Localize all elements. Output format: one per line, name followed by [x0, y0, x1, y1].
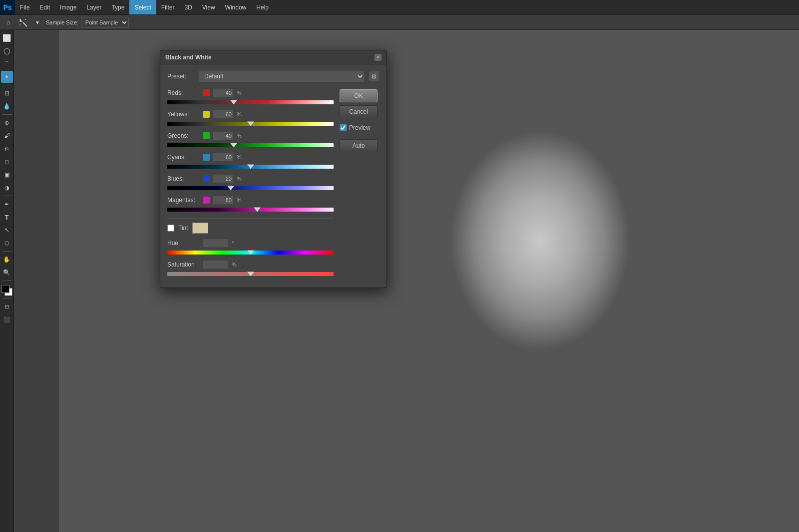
menu-select[interactable]: Select — [129, 0, 156, 14]
magentas-thumb[interactable] — [254, 208, 261, 212]
hue-rainbow-track[interactable] — [167, 251, 334, 255]
blues-value-input[interactable] — [213, 174, 234, 183]
tool-divider-4 — [2, 251, 12, 252]
yellows-track-wrap[interactable] — [167, 120, 334, 127]
tool-lasso[interactable]: ⌒ — [1, 58, 13, 70]
tint-checkbox[interactable] — [167, 225, 174, 232]
preview-label: Preview — [349, 124, 371, 131]
tool-divider-3 — [2, 196, 12, 196]
foreground-color-swatch[interactable] — [1, 285, 9, 293]
magentas-header: Magentas: % — [167, 196, 334, 205]
tool-marquee-rect[interactable]: ⬜ — [1, 32, 13, 44]
tool-magic-wand[interactable]: ✦ — [1, 71, 13, 83]
cyans-percent: % — [237, 154, 242, 160]
reds-track[interactable] — [167, 100, 334, 104]
tool-options-icon[interactable]: ▾ — [31, 16, 43, 28]
menu-help[interactable]: Help — [251, 0, 274, 14]
blues-track[interactable] — [167, 186, 334, 190]
dialog-title-bar: Black and White × — [160, 50, 387, 64]
tint-color-swatch[interactable] — [192, 223, 208, 234]
home-icon[interactable]: ⌂ — [2, 16, 14, 28]
reds-slider-row: Reds: % — [167, 88, 334, 106]
blues-label: Blues: — [167, 175, 200, 182]
reds-percent: % — [237, 90, 242, 96]
preset-row: Preset: Default ⚙ — [167, 70, 380, 82]
hue-thumb[interactable] — [247, 251, 254, 255]
cancel-button[interactable]: Cancel — [340, 105, 378, 118]
cyans-value-input[interactable] — [213, 153, 234, 162]
tool-gradient[interactable]: ▣ — [1, 169, 13, 181]
menu-3d[interactable]: 3D — [179, 0, 197, 14]
saturation-track[interactable] — [167, 272, 334, 276]
tool-marquee-ellipse[interactable]: ◯ — [1, 45, 13, 57]
blues-track-wrap[interactable] — [167, 185, 334, 192]
tool-brush[interactable]: 🖌 — [1, 130, 13, 142]
menu-filter[interactable]: Filter — [156, 0, 180, 14]
menu-image[interactable]: Image — [55, 0, 81, 14]
menu-file[interactable]: File — [15, 0, 34, 14]
sliders-column: Reds: % Yellows: — [167, 88, 334, 281]
tool-hand[interactable]: ✋ — [1, 254, 13, 266]
tool-dodge[interactable]: ◑ — [1, 182, 13, 194]
greens-track[interactable] — [167, 143, 334, 147]
dialog-close-button[interactable]: × — [375, 54, 382, 61]
magentas-track[interactable] — [167, 208, 334, 212]
menu-edit[interactable]: Edit — [34, 0, 55, 14]
cyans-thumb[interactable] — [247, 165, 254, 169]
greens-track-wrap[interactable] — [167, 142, 334, 149]
hue-track-wrap[interactable] — [167, 249, 334, 256]
tool-shape[interactable]: ⬡ — [1, 237, 13, 249]
cyans-header: Cyans: % — [167, 153, 334, 162]
tool-clone[interactable]: ⎘ — [1, 143, 13, 155]
cyans-slider-row: Cyans: % — [167, 153, 334, 170]
preset-gear-button[interactable]: ⚙ — [369, 71, 380, 82]
reds-track-wrap[interactable] — [167, 99, 334, 106]
tool-zoom[interactable]: 🔍 — [1, 266, 13, 278]
tool-divider-2 — [2, 114, 12, 115]
tool-path-select[interactable]: ↖ — [1, 224, 13, 236]
magentas-percent: % — [237, 197, 242, 203]
magentas-track-wrap[interactable] — [167, 206, 334, 213]
saturation-thumb[interactable] — [247, 272, 254, 276]
auto-button[interactable]: Auto — [340, 139, 378, 152]
yellows-thumb[interactable] — [247, 122, 254, 126]
yellows-header: Yellows: % — [167, 110, 334, 119]
blues-header: Blues: % — [167, 174, 334, 183]
tool-quickmask[interactable]: ⊡ — [1, 300, 13, 312]
menu-view[interactable]: View — [197, 0, 220, 14]
blues-thumb[interactable] — [227, 186, 234, 191]
app-logo: Ps — [0, 0, 15, 15]
greens-value-input[interactable] — [213, 131, 234, 140]
menu-layer[interactable]: Layer — [81, 0, 106, 14]
hue-value-input[interactable] — [203, 239, 229, 248]
yellows-slider-row: Yellows: % — [167, 110, 334, 127]
ok-button[interactable]: OK — [340, 89, 378, 102]
tool-type[interactable]: T — [1, 211, 13, 223]
menu-bar: Ps File Edit Image Layer Type Select Fil… — [0, 0, 799, 15]
saturation-value-input[interactable] — [203, 260, 229, 269]
saturation-track-wrap[interactable] — [167, 270, 334, 277]
menu-window[interactable]: Window — [220, 0, 252, 14]
cyans-track[interactable] — [167, 165, 334, 169]
yellows-track[interactable] — [167, 122, 334, 126]
yellows-color-dot — [203, 111, 210, 118]
reds-value-input[interactable] — [213, 88, 234, 97]
blues-color-dot — [203, 175, 210, 182]
cyans-track-wrap[interactable] — [167, 163, 334, 170]
magentas-value-input[interactable] — [213, 196, 234, 205]
tool-eraser[interactable]: ◻ — [1, 156, 13, 168]
tool-pen[interactable]: ✒ — [1, 198, 13, 210]
tool-screen-mode[interactable]: ⬛ — [1, 313, 13, 325]
color-swatches[interactable] — [1, 285, 12, 296]
greens-thumb[interactable] — [230, 143, 237, 148]
yellows-value-input[interactable] — [213, 110, 234, 119]
tool-eyedropper[interactable]: 💧 — [1, 100, 13, 112]
reds-thumb[interactable] — [230, 100, 237, 105]
tool-crop[interactable]: ⊡ — [1, 87, 13, 99]
menu-type[interactable]: Type — [106, 0, 129, 14]
magic-wand-tool-icon[interactable] — [17, 16, 29, 28]
preview-checkbox[interactable] — [340, 124, 347, 131]
preset-select[interactable]: Default — [199, 70, 365, 82]
tool-healing[interactable]: ⊕ — [1, 117, 13, 129]
sample-size-select[interactable]: Point Sample — [81, 17, 129, 28]
